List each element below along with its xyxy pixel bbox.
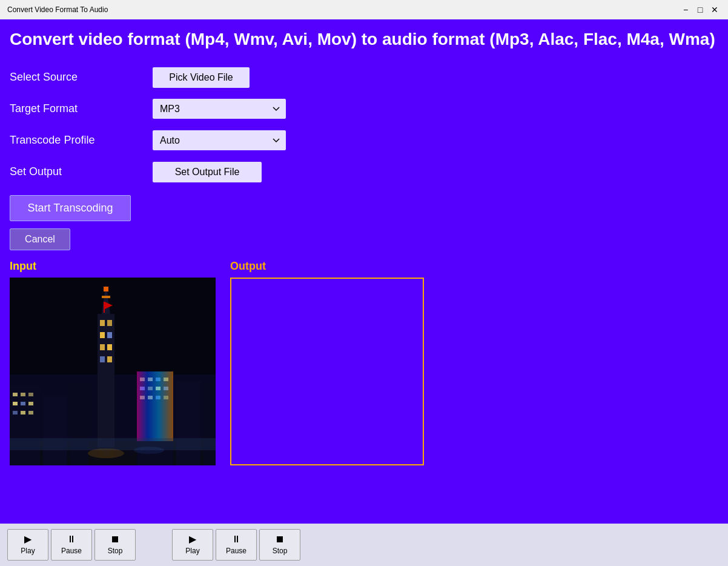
input-play-label: Play [21, 547, 35, 555]
input-pause-button[interactable]: ⏸ Pause [51, 529, 92, 561]
svg-rect-27 [28, 402, 33, 405]
close-button[interactable]: ✕ [709, 4, 721, 16]
input-preview-label: Input [10, 260, 216, 273]
svg-rect-26 [21, 402, 25, 405]
action-buttons: Start Transcoding Cancel [10, 195, 718, 250]
input-video-svg [10, 278, 216, 465]
output-control-group: ▶ Play ⏸ Pause ⏹ Stop [172, 529, 300, 561]
output-play-icon: ▶ [189, 534, 196, 544]
maximize-button[interactable]: □ [694, 4, 706, 16]
svg-rect-36 [107, 320, 112, 326]
svg-rect-25 [13, 402, 18, 405]
svg-point-62 [88, 448, 124, 458]
svg-rect-29 [21, 411, 25, 415]
input-preview-panel: Input [10, 260, 216, 524]
pause-icon: ⏸ [67, 534, 76, 544]
input-pause-label: Pause [61, 547, 82, 555]
output-video-preview [230, 278, 424, 465]
output-stop-icon: ⏹ [275, 534, 285, 544]
svg-rect-34 [102, 296, 110, 298]
set-output-row: Set Output Set Output File [10, 159, 718, 185]
select-source-row: Select Source Pick Video File [10, 64, 718, 91]
output-play-label: Play [185, 547, 199, 555]
main-content: Convert video format (Mp4, Wmv, Avi, Mov… [0, 19, 728, 524]
svg-rect-47 [204, 387, 216, 465]
svg-rect-20 [43, 396, 67, 465]
transcode-profile-select[interactable]: Auto High Quality Medium Quality Low Qua… [153, 130, 286, 150]
svg-rect-30 [28, 411, 33, 415]
svg-rect-28 [13, 411, 18, 415]
svg-rect-42 [107, 356, 112, 362]
cancel-button[interactable]: Cancel [10, 228, 70, 250]
title-bar-text: Convert Video Format To Audio [7, 5, 108, 14]
set-output-label: Set Output [10, 165, 143, 178]
svg-rect-39 [100, 344, 105, 350]
title-bar-controls: − □ ✕ [680, 4, 721, 16]
preview-section: Input [10, 260, 718, 524]
svg-rect-43 [104, 302, 105, 313]
pick-video-file-button[interactable]: Pick Video File [153, 67, 250, 88]
output-preview-panel: Output [230, 260, 424, 524]
output-pause-label: Pause [226, 547, 247, 555]
title-bar: Convert Video Format To Audio − □ ✕ [0, 0, 728, 19]
play-icon: ▶ [24, 534, 31, 544]
output-pause-button[interactable]: ⏸ Pause [216, 529, 257, 561]
svg-rect-35 [100, 320, 105, 326]
svg-rect-37 [100, 332, 105, 338]
input-stop-label: Stop [108, 547, 123, 555]
output-preview-label: Output [230, 260, 424, 273]
app-title: Convert video format (Mp4, Wmv, Avi, Mov… [10, 29, 718, 50]
svg-rect-21 [70, 384, 88, 465]
svg-rect-61 [10, 438, 216, 450]
svg-point-63 [134, 447, 164, 454]
input-play-button[interactable]: ▶ Play [7, 529, 48, 561]
output-stop-button[interactable]: ⏹ Stop [259, 529, 300, 561]
target-format-label: Target Format [10, 102, 143, 115]
svg-rect-23 [21, 393, 25, 396]
input-control-group: ▶ Play ⏸ Pause ⏹ Stop [7, 529, 136, 561]
start-transcoding-button[interactable]: Start Transcoding [10, 195, 131, 221]
svg-rect-22 [13, 393, 18, 396]
set-output-file-button[interactable]: Set Output File [153, 162, 262, 182]
bottom-controls: ▶ Play ⏸ Pause ⏹ Stop ▶ Play ⏸ Pause ⏹ S… [0, 524, 728, 566]
svg-rect-19 [10, 387, 40, 465]
svg-rect-41 [100, 356, 105, 362]
output-play-button[interactable]: ▶ Play [172, 529, 213, 561]
target-format-select[interactable]: MP3 ALAC FLAC M4A WMA [153, 99, 286, 119]
minimize-button[interactable]: − [680, 4, 692, 16]
form-section: Select Source Pick Video File Target For… [10, 64, 718, 185]
svg-rect-40 [107, 344, 112, 350]
input-video-preview [10, 278, 216, 465]
svg-rect-38 [107, 332, 112, 338]
target-format-row: Target Format MP3 ALAC FLAC M4A WMA [10, 96, 718, 122]
svg-rect-33 [104, 287, 108, 291]
transcode-profile-label: Transcode Profile [10, 134, 143, 147]
output-stop-label: Stop [273, 547, 288, 555]
output-pause-icon: ⏸ [231, 534, 241, 544]
svg-rect-24 [28, 393, 33, 396]
svg-rect-46 [176, 381, 200, 465]
stop-icon: ⏹ [110, 534, 120, 544]
svg-rect-60 [137, 371, 173, 441]
transcode-profile-row: Transcode Profile Auto High Quality Medi… [10, 127, 718, 154]
input-stop-button[interactable]: ⏹ Stop [94, 529, 136, 561]
select-source-label: Select Source [10, 71, 143, 84]
